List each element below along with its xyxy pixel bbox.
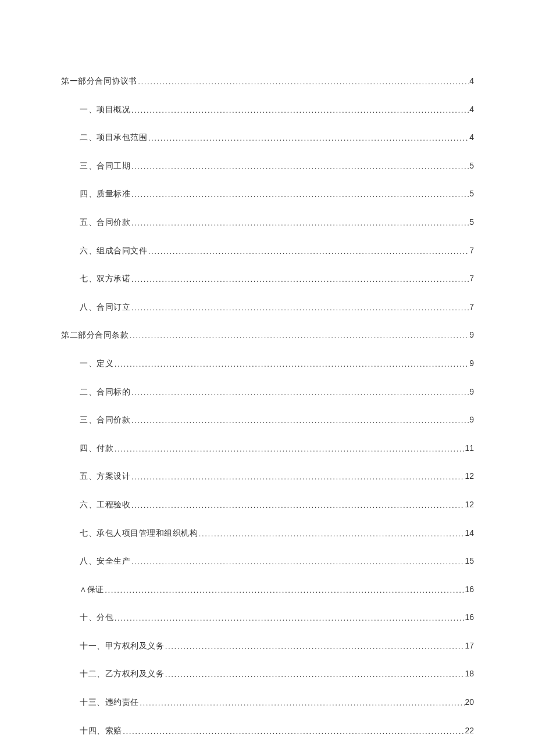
toc-entry-page: 9 [469, 386, 474, 398]
toc-entry-page: 5 [469, 160, 474, 172]
toc-entry-page: 4 [469, 76, 474, 87]
toc-leader-dots [113, 444, 465, 454]
toc-entry-page: 14 [465, 528, 474, 539]
toc-leader-dots [130, 189, 469, 200]
toc-entry-label: 六、组成合同文件 [80, 245, 147, 257]
toc-leader-dots [130, 105, 469, 116]
toc-entry-page: 5 [469, 188, 474, 200]
toc-entry-label: 十三、违约责任 [80, 697, 139, 708]
toc-entry: 二、合同标的9 [80, 386, 474, 398]
toc-entry-page: 16 [465, 612, 474, 624]
toc-leader-dots [130, 162, 469, 172]
toc-entry-page: 9 [469, 329, 474, 341]
toc-leader-dots [130, 274, 469, 285]
toc-entry-label: 十、分包 [80, 612, 113, 624]
toc-entry: 十二、乙方权利及义务18 [80, 668, 474, 680]
toc-leader-dots [122, 726, 465, 737]
toc-entry-label: 十四、索赔 [80, 725, 122, 737]
toc-entry: 五、合同价款5 [80, 217, 474, 228]
toc-leader-dots [130, 557, 465, 567]
toc-entry-page: 11 [465, 443, 474, 454]
toc-entry: 十一、甲方权利及义务17 [80, 640, 474, 652]
toc-entry-label: 二、合同标的 [80, 386, 130, 398]
toc-entry-label: 五、合同价款 [80, 217, 130, 228]
toc-entry: ∧保证16 [80, 584, 474, 596]
toc-entry-page: 5 [469, 217, 474, 228]
toc-entry-page: 17 [465, 640, 474, 652]
toc-entry-page: 16 [465, 584, 474, 596]
toc-leader-dots [130, 472, 465, 482]
toc-leader-dots [130, 500, 465, 511]
toc-entry-page: 9 [469, 414, 474, 426]
toc-entry-page: 4 [469, 132, 474, 144]
toc-entry-label: 八、合同订立 [80, 302, 130, 313]
toc-entry-label: 十二、乙方权利及义务 [80, 668, 164, 680]
toc-leader-dots [129, 331, 469, 341]
toc-entry: 一、定义9 [80, 358, 474, 370]
toc-leader-dots [137, 77, 470, 87]
toc-entry-page: 12 [465, 471, 474, 482]
toc-entry-page: 7 [469, 302, 474, 313]
toc-entry-label: 七、承包人项目管理和组织机构 [80, 528, 198, 539]
toc-entry: 六、组成合同文件7 [80, 245, 474, 257]
toc-entry-label: 第一部分合同协议书 [61, 76, 137, 87]
toc-entry: 五、方案设计12 [80, 471, 474, 482]
toc-entry-label: 三、合同价款 [80, 414, 130, 426]
toc-entry-label: 二、项目承包范围 [80, 132, 147, 144]
toc-leader-dots [113, 359, 469, 370]
toc-leader-dots [139, 698, 465, 708]
toc-entry-page: 22 [465, 725, 474, 737]
table-of-contents: 第一部分合同协议书4一、项目概况4二、项目承包范围4三、合同工期5四、质量标准5… [61, 76, 474, 736]
toc-entry: 四、付款11 [80, 443, 474, 454]
toc-entry-label: 六、工程验收 [80, 499, 130, 511]
toc-entry: 第一部分合同协议书4 [61, 76, 474, 87]
toc-entry-label: 一、定义 [80, 358, 113, 370]
toc-leader-dots [130, 218, 469, 228]
toc-entry-label: 八、安全生产 [80, 556, 130, 567]
toc-entry-label: 十一、甲方权利及义务 [80, 640, 164, 652]
toc-entry-label: 四、质量标准 [80, 188, 130, 200]
toc-leader-dots [130, 415, 469, 426]
toc-entry-page: 20 [465, 697, 474, 708]
toc-leader-dots [164, 669, 465, 680]
toc-entry-page: 4 [469, 104, 474, 116]
toc-entry: 十三、违约责任20 [80, 697, 474, 708]
toc-entry: 七、双方承诺7 [80, 273, 474, 285]
toc-entry-page: 15 [465, 556, 474, 567]
toc-entry-label: 五、方案设计 [80, 471, 130, 482]
toc-leader-dots [147, 133, 469, 144]
toc-entry: 六、工程验收12 [80, 499, 474, 511]
toc-entry: 十、分包16 [80, 612, 474, 624]
toc-entry-label: 第二部分合同条款 [61, 329, 129, 341]
toc-leader-dots [147, 246, 469, 257]
toc-entry-page: 18 [465, 668, 474, 680]
toc-entry-page: 7 [469, 245, 474, 257]
toc-entry: 四、质量标准5 [80, 188, 474, 200]
toc-entry: 八、安全生产15 [80, 556, 474, 567]
toc-entry: 八、合同订立7 [80, 302, 474, 313]
toc-entry-label: 四、付款 [80, 443, 113, 454]
toc-entry-page: 12 [465, 499, 474, 511]
toc-leader-dots [164, 642, 465, 652]
toc-leader-dots [130, 388, 469, 398]
toc-leader-dots [113, 613, 465, 624]
toc-leader-dots [130, 303, 469, 313]
toc-leader-dots [198, 529, 465, 539]
toc-leader-dots [104, 585, 465, 596]
toc-entry-page: 9 [469, 358, 474, 370]
toc-entry: 七、承包人项目管理和组织机构14 [80, 528, 474, 539]
toc-entry: 三、合同价款9 [80, 414, 474, 426]
toc-entry: 第二部分合同条款9 [61, 329, 474, 341]
toc-entry-label: 三、合同工期 [80, 160, 130, 172]
toc-entry-label: ∧保证 [80, 584, 104, 596]
toc-entry: 十四、索赔22 [80, 725, 474, 737]
toc-entry-page: 7 [469, 273, 474, 285]
toc-entry: 三、合同工期5 [80, 160, 474, 172]
toc-entry: 二、项目承包范围4 [80, 132, 474, 144]
toc-entry: 一、项目概况4 [80, 104, 474, 116]
toc-entry-label: 一、项目概况 [80, 104, 130, 116]
toc-entry-label: 七、双方承诺 [80, 273, 130, 285]
